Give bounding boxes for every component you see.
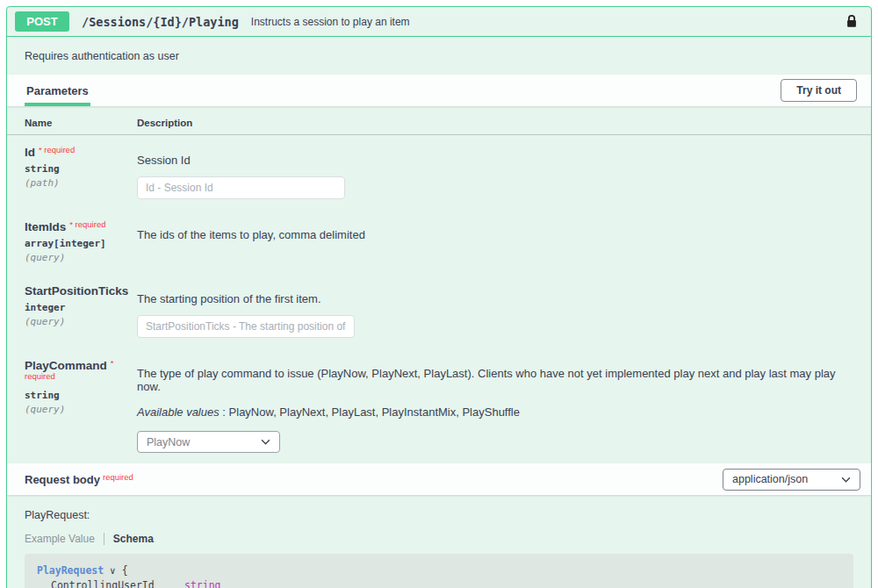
param-description: The type of play command to issue (PlayN… [137,367,853,393]
parameters-table-header: Name Description [7,106,871,135]
param-description: Session Id [137,154,853,167]
tab-example-value[interactable]: Example Value [25,533,104,545]
auth-requirement-note: Requires authentication as user [7,37,871,75]
param-type: array[integer] [25,238,137,249]
column-header-description: Description [137,118,853,128]
model-name: PlayRequest: [25,509,853,521]
startpositionticks-input[interactable] [137,315,355,338]
column-header-name: Name [25,118,137,128]
request-body-content: PlayRequest: Example Value Schema PlayRe… [7,495,871,588]
lock-icon [846,14,858,29]
parameters-section-header: Parameters Try it out [7,75,871,106]
param-name: ItemIds* required [25,220,137,233]
param-row-itemids: ItemIds* required array[integer] (query)… [7,210,871,274]
endpoint-block: POST /Sessions/{Id}/Playing Instructs a … [6,6,872,588]
endpoint-summary-header[interactable]: POST /Sessions/{Id}/Playing Instructs a … [7,7,871,37]
chevron-down-icon [841,477,851,483]
param-name: PlayCommand* required [25,359,137,385]
content-type-select[interactable]: application/json [723,469,860,491]
schema-property: ControllingUserIdstring [37,578,841,588]
chevron-down-icon [261,439,270,445]
param-location: (path) [25,177,137,189]
required-marker: * required [69,219,105,229]
swagger-page: POST /Sessions/{Id}/Playing Instructs a … [0,0,878,588]
tab-schema[interactable]: Schema [113,533,154,545]
endpoint-path: /Sessions/{Id}/Playing [82,15,239,29]
param-location: (query) [25,252,137,263]
param-location: (query) [25,316,137,327]
param-type: string [25,163,137,175]
param-description: The starting position of the first item. [137,292,853,305]
required-marker: required [103,472,133,482]
param-row-id: Id* required string (path) Session Id [7,135,871,210]
param-description: The ids of the items to play, comma deli… [137,228,853,241]
request-body-title: Request body [25,473,100,486]
available-values: Available values : PlayNow, PlayNext, Pl… [137,405,853,419]
try-it-out-button[interactable]: Try it out [781,79,857,102]
playcommand-select[interactable]: PlayNow [137,431,280,453]
required-marker: * required [39,145,75,154]
http-method-badge: POST [15,11,69,32]
request-body-section-header: Request bodyrequired application/json [7,463,871,495]
param-type: integer [25,302,137,313]
param-row-playcommand: PlayCommand* required string (query) The… [7,348,871,463]
param-row-startpositionticks: StartPositionTicks integer (query) The s… [7,274,871,348]
schema-box: PlayRequest ∨ { ControllingUserIdstring … [25,554,853,588]
param-name: StartPositionTicks [25,284,137,298]
param-location: (query) [25,404,137,415]
tab-parameters[interactable]: Parameters [25,75,90,106]
param-name: Id* required [25,146,137,159]
model-tabs: Example Value Schema [25,533,853,545]
id-input[interactable] [137,176,345,199]
model-toggle-icon[interactable]: ∨ [110,565,116,577]
schema-model-title[interactable]: PlayRequest [37,564,104,577]
endpoint-summary-text: Instructs a session to play an item [251,16,410,28]
param-type: string [25,390,137,401]
authorize-lock-button[interactable] [840,12,863,31]
